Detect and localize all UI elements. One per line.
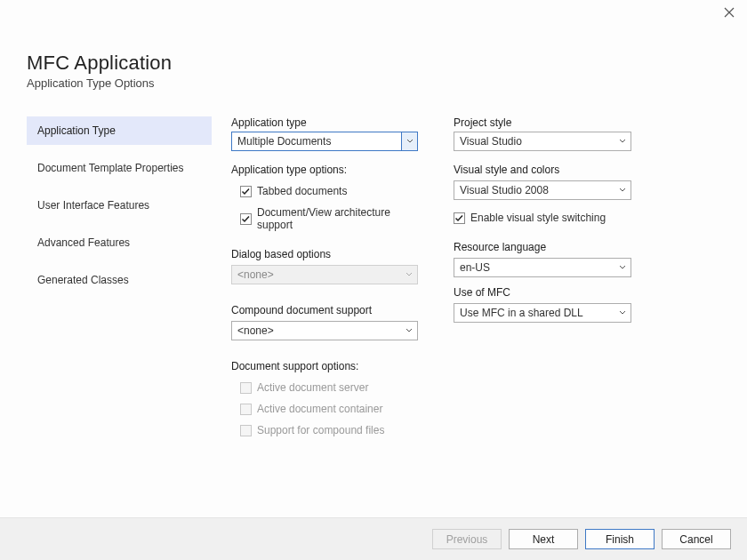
cancel-button[interactable]: Cancel bbox=[662, 529, 731, 549]
wizard-sidebar: Application Type Document Template Prope… bbox=[27, 116, 212, 441]
project-style-label: Project style bbox=[454, 116, 631, 129]
chevron-down-icon bbox=[614, 259, 631, 276]
application-type-value: Multiple Documents bbox=[237, 135, 331, 148]
wizard-footer: Previous Next Finish Cancel bbox=[0, 517, 747, 560]
sidebar-item-generated-classes[interactable]: Generated Classes bbox=[27, 266, 212, 294]
sidebar-item-ui-features[interactable]: User Interface Features bbox=[27, 191, 212, 220]
active-doc-server-checkbox bbox=[240, 382, 252, 394]
docview-checkbox[interactable] bbox=[240, 213, 252, 225]
doc-support-label: Document support options: bbox=[231, 360, 418, 372]
tabbed-documents-label: Tabbed documents bbox=[257, 185, 347, 197]
sidebar-item-application-type[interactable]: Application Type bbox=[27, 116, 212, 145]
application-type-label: Application type bbox=[231, 116, 418, 129]
project-style-select[interactable]: Visual Studio bbox=[454, 132, 631, 151]
chevron-down-icon bbox=[614, 181, 631, 199]
active-doc-container-label: Active document container bbox=[257, 403, 382, 415]
use-of-mfc-label: Use of MFC bbox=[454, 286, 631, 299]
resource-language-value: en-US bbox=[460, 261, 490, 274]
dialog-options-label: Dialog based options bbox=[231, 248, 418, 260]
close-icon[interactable] bbox=[724, 7, 736, 20]
page-title: MFC Application bbox=[27, 52, 747, 75]
compound-label: Compound document support bbox=[231, 304, 418, 316]
finish-button[interactable]: Finish bbox=[585, 529, 655, 549]
chevron-down-icon bbox=[401, 132, 417, 150]
active-doc-server-label: Active document server bbox=[257, 381, 368, 394]
visual-style-value: Visual Studio 2008 bbox=[460, 184, 549, 196]
application-type-select[interactable]: Multiple Documents bbox=[231, 132, 418, 151]
tabbed-documents-checkbox[interactable] bbox=[240, 186, 252, 197]
docview-label: Document/View architecture support bbox=[257, 206, 418, 231]
sidebar-item-doc-template[interactable]: Document Template Properties bbox=[27, 154, 212, 182]
active-doc-container-checkbox bbox=[240, 404, 252, 415]
wizard-header: MFC Application Application Type Options bbox=[0, 0, 747, 90]
use-of-mfc-select[interactable]: Use MFC in a shared DLL bbox=[454, 303, 631, 323]
use-of-mfc-value: Use MFC in a shared DLL bbox=[460, 307, 583, 319]
visual-style-label: Visual style and colors bbox=[454, 164, 631, 176]
compound-value: <none> bbox=[237, 324, 274, 337]
compound-select[interactable]: <none> bbox=[231, 321, 418, 340]
chevron-down-icon bbox=[401, 322, 417, 340]
compound-files-label: Support for compound files bbox=[257, 424, 384, 436]
visual-style-select[interactable]: Visual Studio 2008 bbox=[454, 180, 631, 200]
app-type-options-label: Application type options: bbox=[231, 164, 418, 176]
chevron-down-icon bbox=[401, 266, 417, 284]
resource-language-label: Resource language bbox=[454, 241, 631, 253]
project-style-value: Visual Studio bbox=[460, 135, 522, 148]
dialog-options-value: <none> bbox=[237, 268, 274, 281]
dialog-options-select: <none> bbox=[231, 265, 418, 284]
resource-language-select[interactable]: en-US bbox=[454, 258, 631, 277]
next-button[interactable]: Next bbox=[509, 529, 578, 549]
page-subtitle: Application Type Options bbox=[27, 76, 747, 90]
enable-style-switch-label: Enable visual style switching bbox=[470, 212, 606, 224]
compound-files-checkbox bbox=[240, 425, 252, 436]
enable-style-switch-checkbox[interactable] bbox=[454, 212, 465, 224]
previous-button: Previous bbox=[432, 529, 502, 549]
sidebar-item-advanced[interactable]: Advanced Features bbox=[27, 228, 212, 257]
chevron-down-icon bbox=[614, 132, 631, 150]
chevron-down-icon bbox=[614, 304, 631, 322]
